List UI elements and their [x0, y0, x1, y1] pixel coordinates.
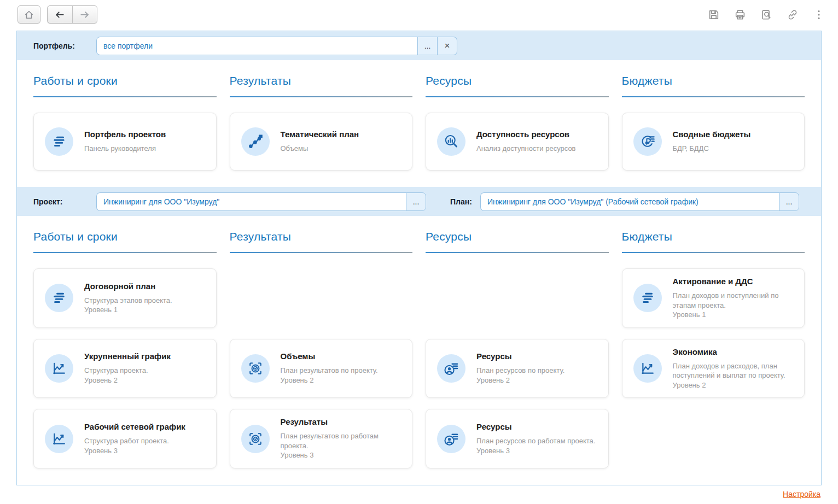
card-text: Укрупненный график Структура проекта. Ур…	[84, 351, 171, 385]
card-text: Объемы План результатов по проекту. Уров…	[281, 351, 378, 385]
card-title: Объемы	[281, 351, 378, 361]
target-check-icon	[241, 354, 270, 383]
plan-more-button[interactable]: ...	[779, 192, 799, 211]
column-header: Бюджеты	[622, 73, 805, 97]
card-subtitle: Структура работ проекта. Уровень 3	[84, 436, 185, 455]
project-filter-bar: Проект: ... План: ...	[17, 187, 821, 216]
card-subtitle: Структура проекта. Уровень 2	[84, 366, 171, 385]
target-check-icon	[241, 425, 270, 453]
card-title: Сводные бюджеты	[673, 130, 751, 139]
project-reports-section: Работы и сроки Результаты Ресурсы Бюджет…	[17, 216, 821, 485]
forward-button[interactable]	[72, 6, 97, 23]
column-header-underline	[230, 96, 413, 97]
plan-label: План:	[450, 197, 480, 206]
report-card[interactable]: Сводные бюджеты БДР, БДДС	[622, 113, 805, 171]
column-header-underline	[33, 96, 217, 97]
column-header-label: Работы и сроки	[33, 74, 217, 87]
save-icon[interactable]	[708, 9, 720, 21]
project-input-group: ...	[96, 192, 426, 211]
card-subtitle: Структура этапов проекта. Уровень 1	[84, 296, 172, 315]
card-subtitle: План результатов по проекту. Уровень 2	[281, 366, 378, 385]
project-label: Проект:	[33, 197, 96, 206]
thematic-plan-icon	[241, 127, 270, 156]
gantt-bars-icon	[45, 284, 73, 312]
column-header-underline	[426, 96, 609, 97]
card-subtitle: План ресурсов по проекту. Уровень 2	[476, 366, 565, 385]
column-header: Ресурсы	[426, 73, 609, 97]
more-icon[interactable]	[813, 9, 825, 21]
report-card[interactable]: Экономика План доходов и расходов, план …	[622, 339, 805, 398]
card-title: Экономика	[673, 347, 794, 356]
card-subtitle: План доходов и поступлений по этапам про…	[673, 291, 794, 320]
line-chart-icon	[45, 425, 73, 453]
card-text: Сводные бюджеты БДР, БДДС	[673, 130, 751, 154]
report-card[interactable]: Договорной план Структура этапов проекта…	[33, 268, 217, 328]
portfolio-clear-button[interactable]: ×	[437, 37, 457, 55]
card-text: Тематический план Объемы	[281, 130, 359, 154]
report-card[interactable]: Ресурсы План ресурсов по работам проекта…	[426, 409, 609, 468]
resource-search-icon	[437, 127, 465, 156]
report-card[interactable]: Рабочий сетевой график Структура работ п…	[33, 409, 217, 468]
print-icon[interactable]	[734, 9, 746, 21]
card-text: Портфель проектов Панель руководителя	[84, 130, 166, 154]
card-title: Портфель проектов	[84, 130, 166, 139]
portfolio-reports-section: Работы и сроки Результаты Ресурсы Бюджет…	[17, 60, 821, 187]
home-button[interactable]	[18, 5, 40, 24]
card-subtitle: Объемы	[281, 144, 359, 154]
card-subtitle: План ресурсов по работам проекта. Уровен…	[476, 436, 595, 455]
card-text: Доступность ресурсов Анализ доступности …	[476, 130, 576, 154]
plan-input-group: ...	[480, 192, 799, 211]
back-icon	[54, 9, 65, 20]
card-text: Актирование и ДДС План доходов и поступл…	[673, 277, 794, 320]
report-card[interactable]: Укрупненный график Структура проекта. Ур…	[33, 339, 217, 398]
project-input[interactable]	[96, 192, 406, 211]
column-header-underline	[230, 252, 413, 253]
plan-input[interactable]	[480, 192, 779, 211]
report-card[interactable]: Ресурсы План ресурсов по проекту. Уровен…	[426, 339, 609, 398]
report-card[interactable]: Объемы План результатов по проекту. Уров…	[230, 339, 413, 398]
column-header-label: Бюджеты	[622, 230, 805, 243]
report-card[interactable]: Портфель проектов Панель руководителя	[33, 113, 217, 171]
card-subtitle: План доходов и расходов, план поступлени…	[673, 361, 794, 390]
report-card[interactable]: Актирование и ДДС План доходов и поступл…	[622, 268, 805, 328]
project-more-button[interactable]: ...	[406, 192, 426, 211]
card-title: Актирование и ДДС	[673, 277, 794, 286]
gantt-bars-icon	[45, 127, 73, 156]
report-cards-grid: Портфель проектов Панель руководителя Те…	[33, 113, 805, 171]
portfolio-input-group: ... ×	[96, 37, 457, 55]
settings-link[interactable]: Настройка	[783, 490, 820, 499]
card-text: Экономика План доходов и расходов, план …	[673, 347, 794, 390]
link-icon[interactable]	[787, 9, 799, 21]
line-chart-icon	[45, 354, 73, 383]
line-chart-icon	[633, 354, 662, 383]
preview-icon[interactable]	[760, 9, 772, 21]
report-card[interactable]: Результаты План результатов по работам п…	[230, 409, 413, 468]
back-button[interactable]	[48, 6, 72, 23]
card-text: Рабочий сетевой график Структура работ п…	[84, 422, 185, 455]
toolbar-actions	[708, 5, 828, 21]
person-resources-icon	[437, 425, 465, 453]
card-subtitle: Анализ доступности ресурсов	[476, 144, 576, 154]
history-nav-group	[47, 5, 97, 24]
portfolio-more-button[interactable]: ...	[417, 37, 438, 55]
column-headers: Работы и сроки Результаты Ресурсы Бюджет…	[33, 229, 805, 253]
column-header-underline	[426, 252, 609, 253]
column-header-label: Бюджеты	[622, 74, 805, 87]
column-header-label: Ресурсы	[426, 74, 609, 87]
card-text: Договорной план Структура этапов проекта…	[84, 282, 172, 315]
card-title: Укрупненный график	[84, 351, 171, 361]
column-header-underline	[622, 252, 805, 253]
card-title: Ресурсы	[476, 422, 595, 431]
report-cards-grid: Договорной план Структура этапов проекта…	[33, 268, 805, 468]
person-resources-icon	[437, 354, 465, 383]
portfolio-label: Портфель:	[33, 42, 96, 50]
portfolio-input[interactable]	[96, 37, 418, 55]
card-subtitle: План результатов по работам проекта. Уро…	[281, 431, 401, 460]
column-header-underline	[33, 252, 217, 253]
column-header: Результаты	[230, 229, 413, 253]
footer: Настройка	[18, 489, 820, 499]
report-card[interactable]: Тематический план Объемы	[230, 113, 413, 171]
card-title: Договорной план	[84, 282, 172, 291]
home-icon	[24, 9, 34, 20]
report-card[interactable]: Доступность ресурсов Анализ доступности …	[426, 113, 609, 171]
